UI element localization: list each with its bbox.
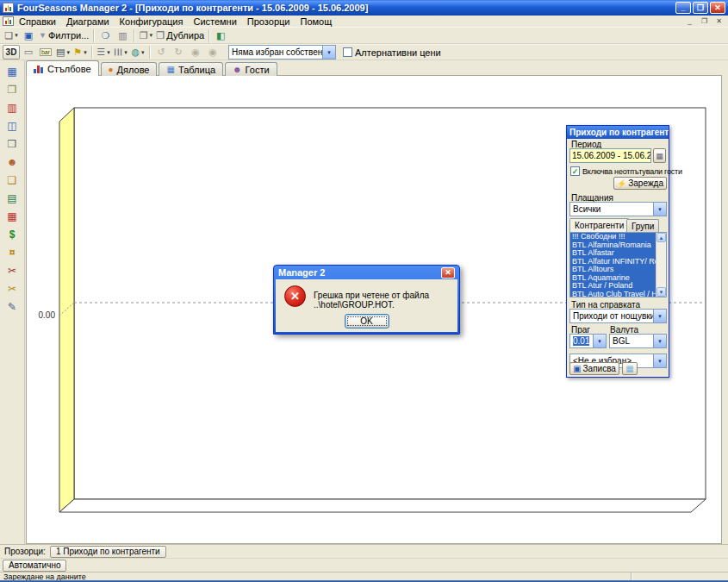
contragents-listbox[interactable]: !!! Свободни !!! BTL Alfamina/Romania BT… bbox=[569, 232, 667, 297]
copy-button[interactable]: ❐ ▾ bbox=[137, 28, 154, 43]
load-button[interactable]: ⚡ Зарежда bbox=[613, 177, 667, 190]
list-item[interactable]: BTL Atur / Poland bbox=[570, 282, 656, 291]
list-scrollbar[interactable]: ▲ ▼ bbox=[656, 233, 666, 297]
mdi-close-button[interactable]: ✕ bbox=[712, 16, 725, 26]
occupancy-grid-button[interactable]: ▦ bbox=[3, 209, 22, 224]
mdi-minimize-button[interactable]: _ bbox=[683, 16, 696, 26]
series-marks-button[interactable]: bar bbox=[37, 45, 54, 59]
tab-contragents[interactable]: Контрагенти bbox=[569, 218, 629, 232]
currency-combobox[interactable]: BGL ▼ bbox=[609, 334, 667, 348]
view-tabs: Стълбове ● Дялове ▦ Таблица ☻ Гости bbox=[26, 60, 279, 76]
folders-button[interactable]: ❑ bbox=[3, 172, 22, 188]
zoom-out-button[interactable]: ◉ bbox=[187, 45, 204, 59]
include-guests-checkbox[interactable]: ✓ bbox=[570, 166, 580, 176]
period-input[interactable]: 15.06.2009 - 15.06.2009 bbox=[569, 148, 651, 163]
payments-value: Всички bbox=[570, 204, 653, 214]
toolbar-separator bbox=[134, 29, 134, 42]
scroll-up-button[interactable]: ▲ bbox=[656, 233, 666, 242]
scroll-down-button[interactable]: ▼ bbox=[656, 287, 666, 297]
new-report-button[interactable]: ❏ ▾ bbox=[3, 28, 20, 43]
owner-combobox[interactable]: Няма избран собственици ▼ bbox=[228, 45, 336, 59]
series-style-button[interactable]: ◍ ▾ bbox=[129, 45, 146, 59]
report-type-combobox[interactable]: Приходи от нощувки ▼ bbox=[569, 309, 667, 323]
menu-prozorci[interactable]: Прозорци bbox=[242, 16, 296, 27]
print-button[interactable]: ▥ bbox=[114, 28, 131, 43]
dialog-title-bar[interactable]: Manager 2 ✕ bbox=[274, 266, 459, 279]
status-divider bbox=[631, 573, 632, 580]
pie-chart-icon: ● bbox=[109, 66, 114, 74]
print-preview-button[interactable]: ❍ bbox=[96, 28, 114, 43]
cash-button[interactable]: ¤ bbox=[3, 245, 22, 260]
zoom-out-icon: ◉ bbox=[191, 47, 200, 57]
zoom-in-button[interactable]: ◉ bbox=[204, 45, 221, 59]
save-button[interactable]: ▣ bbox=[20, 28, 37, 43]
list-item[interactable]: BTL Alltours bbox=[570, 266, 656, 274]
chevron-down-icon: ▼ bbox=[597, 339, 602, 344]
legend-button[interactable]: ▤ ▾ bbox=[54, 45, 72, 59]
combo-dropdown-button[interactable]: ▼ bbox=[653, 335, 666, 347]
ok-button[interactable]: OK bbox=[345, 314, 389, 329]
combo-dropdown-button[interactable]: ▼ bbox=[653, 203, 666, 216]
tab-pie[interactable]: ● Дялове bbox=[101, 62, 158, 76]
list-item[interactable]: BTL Auto Club Travel / Hungary bbox=[570, 291, 656, 297]
menu-diagrami[interactable]: Диаграми bbox=[61, 16, 115, 27]
panel-title-bar[interactable]: Приходи по контрагенти ✕ bbox=[567, 126, 669, 139]
grid-options-button[interactable]: ▦ bbox=[622, 362, 638, 375]
threshold-combobox[interactable]: 0.01 ▼ bbox=[569, 334, 607, 348]
combo-dropdown-button[interactable]: ▼ bbox=[322, 46, 335, 59]
report-type-value: Приходи от нощувки bbox=[570, 311, 653, 321]
flag-icon: ⚑ bbox=[73, 47, 82, 57]
combo-dropdown-button[interactable]: ▼ bbox=[653, 310, 666, 322]
menu-konfiguracia[interactable]: Конфигурация bbox=[115, 16, 189, 27]
3d-toggle-button[interactable]: 3D bbox=[3, 45, 20, 59]
close-button[interactable]: ✕ bbox=[710, 2, 725, 14]
menu-spravki[interactable]: Справки bbox=[14, 16, 61, 27]
chart-panel-button[interactable]: ▭ bbox=[20, 45, 37, 59]
ledger-button[interactable]: ▤ bbox=[3, 191, 22, 206]
list-item[interactable]: BTL Alfamina/Romania bbox=[570, 241, 656, 250]
guest-icon: ☻ bbox=[233, 66, 242, 74]
combo-dropdown-button[interactable]: ▼ bbox=[653, 354, 666, 367]
rotate-right-button[interactable]: ↻ bbox=[170, 45, 187, 59]
payments-button[interactable]: $ bbox=[3, 227, 22, 242]
cancel-red-button[interactable]: ✂ bbox=[3, 263, 22, 278]
menu-pomosht[interactable]: Помощ bbox=[295, 16, 337, 27]
restore-button[interactable]: ❐ bbox=[693, 2, 708, 14]
tab-groups[interactable]: Групи bbox=[626, 219, 659, 232]
minimize-button[interactable]: _ bbox=[675, 2, 691, 14]
rotate-left-button[interactable]: ↺ bbox=[152, 45, 170, 59]
duplicate-button[interactable]: ❒ Дублира bbox=[154, 28, 206, 43]
combo-dropdown-button[interactable]: ▼ bbox=[593, 335, 606, 347]
save-report-button[interactable]: ▣ Записва bbox=[569, 362, 619, 375]
marks-flag-button[interactable]: ⚑ ▾ bbox=[72, 45, 89, 59]
list-item[interactable]: BTL Aquamarine bbox=[570, 274, 656, 283]
automatic-button[interactable]: Автоматично bbox=[3, 560, 66, 572]
documents-button[interactable]: ❐ bbox=[3, 82, 22, 97]
menu-sistemni[interactable]: Системни bbox=[188, 16, 241, 27]
guests-list-button[interactable]: ☻ bbox=[3, 154, 22, 170]
tab-table[interactable]: ▦ Таблица bbox=[159, 62, 223, 76]
mdi-restore-button[interactable]: ❐ bbox=[698, 16, 711, 26]
chevron-down-icon: ▼ bbox=[657, 339, 663, 344]
horizontal-grid-button[interactable]: ☰ ▾ bbox=[95, 45, 112, 59]
window-tab-button[interactable]: 1 Приходи по контрагенти bbox=[50, 546, 166, 558]
list-item[interactable]: BTL Alfatur INFINITY/ Romania bbox=[570, 258, 656, 266]
alternative-prices-checkbox[interactable] bbox=[343, 47, 352, 57]
dialog-close-button[interactable]: ✕ bbox=[441, 267, 455, 278]
tab-guests[interactable]: ☻ Гости bbox=[225, 62, 277, 76]
document-window-button[interactable]: ❒ bbox=[3, 136, 22, 152]
payments-combobox[interactable]: Всички ▼ bbox=[569, 202, 667, 216]
edit-document-button[interactable]: ✎ bbox=[3, 299, 22, 315]
calendar-button[interactable]: ▦ bbox=[653, 148, 666, 163]
currency-value: BGL bbox=[610, 336, 653, 346]
filters-button[interactable]: ▼ Филтри... bbox=[37, 28, 90, 43]
vertical-grid-button[interactable]: ☰ ▾ bbox=[112, 45, 129, 59]
room-plan-button[interactable]: ▦ bbox=[3, 64, 22, 79]
card-file-button[interactable]: ◫ bbox=[3, 118, 22, 134]
chart-window-button[interactable]: ◧ bbox=[212, 28, 229, 43]
chart-report-button[interactable]: ▥ bbox=[3, 100, 22, 116]
tab-bars[interactable]: Стълбове bbox=[26, 60, 99, 76]
cancel-yellow-button[interactable]: ✂ bbox=[3, 281, 22, 297]
list-item[interactable]: !!! Свободни !!! bbox=[570, 233, 656, 241]
list-item[interactable]: BTL Alfastar bbox=[570, 249, 656, 258]
